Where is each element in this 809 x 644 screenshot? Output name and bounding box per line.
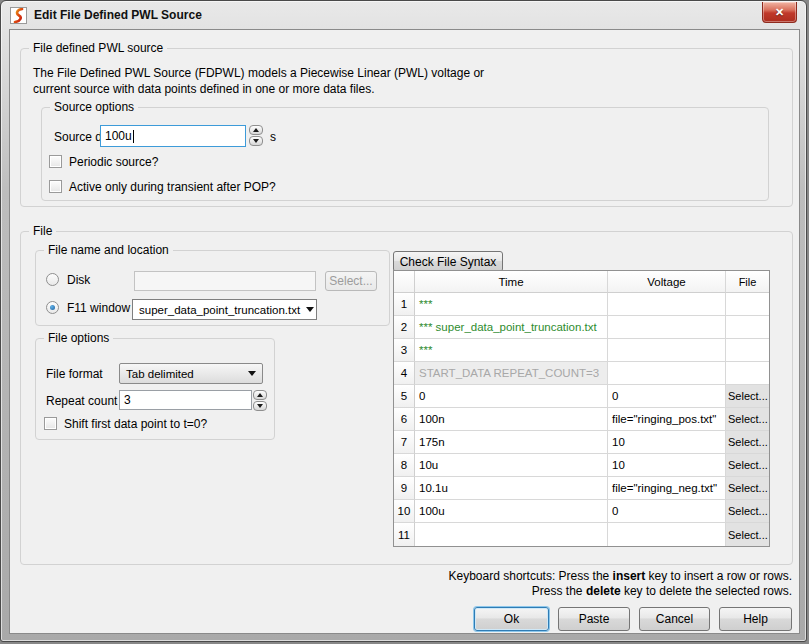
check-file-syntax-button[interactable]: Check File Syntax xyxy=(393,251,503,272)
cell-file-select-button[interactable]: Select... xyxy=(726,523,769,546)
file-format-dropdown-value: Tab delimited xyxy=(126,368,194,380)
table-row: 3 *** xyxy=(394,339,769,362)
file-format-label: File format xyxy=(46,367,103,381)
cell-time[interactable] xyxy=(415,523,608,546)
cell-voltage[interactable]: 0 xyxy=(608,385,726,408)
cell-time[interactable]: *** super_data_point_truncation.txt xyxy=(415,316,608,339)
cell-time[interactable]: START_DATA REPEAT_COUNT=3 xyxy=(415,362,608,385)
spin-down-button[interactable] xyxy=(249,136,263,146)
down-arrow-icon xyxy=(257,404,263,408)
group-file-defined-pwl-source: File defined PWL source The File Defined… xyxy=(20,48,793,207)
keyboard-shortcuts-note: Keyboard shortcuts: Press the insert key… xyxy=(449,569,793,599)
cell-time[interactable]: 175n xyxy=(415,431,608,454)
row-number[interactable]: 4 xyxy=(394,362,415,385)
group-title: File defined PWL source xyxy=(29,41,167,55)
row-number[interactable]: 8 xyxy=(394,454,415,477)
cell-file-select-button[interactable]: Select... xyxy=(726,500,769,523)
cell-file-select-button[interactable]: Select... xyxy=(726,385,769,408)
row-number[interactable]: 2 xyxy=(394,316,415,339)
up-arrow-icon xyxy=(253,128,259,132)
shortcut-line-1: Keyboard shortcuts: Press the insert key… xyxy=(449,569,793,584)
description-line-2: current source with data points defined … xyxy=(33,81,484,97)
cell-voltage[interactable]: 0 xyxy=(608,500,726,523)
cell-file-select-button[interactable]: Select... xyxy=(726,408,769,431)
active-pop-label[interactable]: Active only during transient after POP? xyxy=(69,180,276,194)
f11-window-radio[interactable] xyxy=(46,301,59,314)
row-number[interactable]: 6 xyxy=(394,408,415,431)
cell-file[interactable] xyxy=(726,362,769,385)
row-number[interactable]: 5 xyxy=(394,385,415,408)
cell-time[interactable]: 10.1u xyxy=(415,477,608,500)
cell-time[interactable]: *** xyxy=(415,293,608,316)
cancel-button[interactable]: Cancel xyxy=(639,607,710,631)
help-button[interactable]: Help xyxy=(719,607,792,631)
dialog-window: Edit File Defined PWL Source ✕ File defi… xyxy=(0,0,807,642)
ok-button[interactable]: Ok xyxy=(474,607,549,631)
shortcut-line-2: Press the delete key to delete the selec… xyxy=(449,584,793,599)
file-format-dropdown[interactable]: Tab delimited xyxy=(119,363,263,384)
table-row: 6 100n file="ringing_pos.txt" Select... xyxy=(394,408,769,431)
repeat-count-input[interactable]: 3 xyxy=(119,390,252,410)
cell-voltage[interactable]: 10 xyxy=(608,454,726,477)
repeat-count-value: 3 xyxy=(124,393,131,407)
cell-voltage[interactable] xyxy=(608,523,726,546)
cell-file[interactable] xyxy=(726,293,769,316)
corner-header-cell[interactable] xyxy=(394,271,415,293)
close-button[interactable]: ✕ xyxy=(762,2,797,23)
cell-voltage[interactable] xyxy=(608,316,726,339)
disk-radio-label[interactable]: Disk xyxy=(67,273,90,287)
f11-window-radio-label[interactable]: F11 window xyxy=(67,301,130,315)
cell-voltage[interactable]: 10 xyxy=(608,431,726,454)
cell-voltage[interactable] xyxy=(608,339,726,362)
row-number[interactable]: 7 xyxy=(394,431,415,454)
cell-voltage[interactable]: file="ringing_neg.txt" xyxy=(608,477,726,500)
shift-first-point-label[interactable]: Shift first data point to t=0? xyxy=(64,417,207,431)
disk-radio[interactable] xyxy=(46,273,59,286)
cell-voltage[interactable]: file="ringing_pos.txt" xyxy=(608,408,726,431)
cell-file[interactable] xyxy=(726,339,769,362)
cell-voltage[interactable] xyxy=(608,362,726,385)
cell-file-select-button[interactable]: Select... xyxy=(726,431,769,454)
row-number[interactable]: 1 xyxy=(394,293,415,316)
cell-file-select-button[interactable]: Select... xyxy=(726,477,769,500)
down-arrow-icon xyxy=(253,139,259,143)
shift-first-point-checkbox[interactable] xyxy=(44,417,57,430)
spin-up-button[interactable] xyxy=(249,125,263,135)
active-pop-checkbox[interactable] xyxy=(49,180,62,193)
cell-time[interactable]: 10u xyxy=(415,454,608,477)
spin-down-button[interactable] xyxy=(253,401,267,411)
time-column-header[interactable]: Time xyxy=(415,271,608,293)
repeat-count-spinner xyxy=(253,390,267,411)
paste-button[interactable]: Paste xyxy=(558,607,630,631)
dialog-button-row: Ok Paste Cancel Help xyxy=(474,607,792,631)
voltage-column-header[interactable]: Voltage xyxy=(608,271,726,293)
group-file-options: File options File format Tab delimited R… xyxy=(35,338,275,440)
group-file-name-location: File name and location Disk Select... F1… xyxy=(35,250,390,326)
cell-file[interactable] xyxy=(726,316,769,339)
cell-voltage[interactable] xyxy=(608,293,726,316)
row-number[interactable]: 9 xyxy=(394,477,415,500)
fdpwl-description: The File Defined PWL Source (FDPWL) mode… xyxy=(33,65,484,97)
periodic-source-label[interactable]: Periodic source? xyxy=(69,155,158,169)
periodic-source-checkbox[interactable] xyxy=(49,155,62,168)
row-number[interactable]: 3 xyxy=(394,339,415,362)
disk-select-button[interactable]: Select... xyxy=(325,271,377,291)
disk-path-input[interactable] xyxy=(134,271,316,291)
row-number[interactable]: 10 xyxy=(394,500,415,523)
cell-time[interactable]: *** xyxy=(415,339,608,362)
cell-file-select-button[interactable]: Select... xyxy=(726,454,769,477)
table-row: 11 Select... xyxy=(394,523,769,546)
table-row: 8 10u 10 Select... xyxy=(394,454,769,477)
table-row: 9 10.1u file="ringing_neg.txt" Select... xyxy=(394,477,769,500)
cell-time[interactable]: 100n xyxy=(415,408,608,431)
spin-up-button[interactable] xyxy=(253,390,267,400)
cell-time[interactable]: 0 xyxy=(415,385,608,408)
title-bar[interactable]: Edit File Defined PWL Source ✕ xyxy=(1,1,806,29)
chevron-down-icon xyxy=(248,371,256,376)
f11-file-dropdown[interactable]: super_data_point_truncation.txt xyxy=(132,299,317,320)
file-column-header[interactable]: File xyxy=(726,271,769,293)
group-title: File xyxy=(29,224,56,238)
source-delay-input[interactable]: 100u xyxy=(100,125,246,147)
row-number[interactable]: 11 xyxy=(394,523,415,546)
cell-time[interactable]: 100u xyxy=(415,500,608,523)
